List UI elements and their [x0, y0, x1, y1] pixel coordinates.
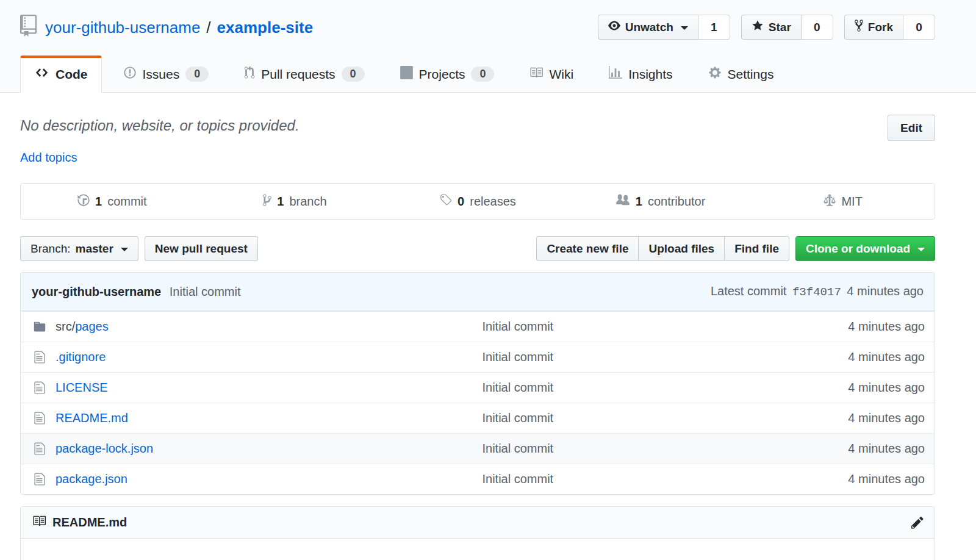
table-row: LICENSE Initial commit 4 minutes ago [21, 372, 935, 403]
tab-settings-label: Settings [728, 67, 774, 82]
law-icon [824, 193, 836, 210]
pull-requests-count-badge: 0 [342, 66, 365, 82]
branches-label: branch [289, 195, 326, 209]
commit-author-link[interactable]: your-github-username [32, 285, 161, 298]
pull-request-icon [244, 66, 255, 82]
file-link[interactable]: package.json [56, 472, 127, 486]
releases-stat[interactable]: 0 releases [386, 184, 569, 219]
row-commit-message-link[interactable]: Initial commit [482, 350, 553, 364]
contributors-stat[interactable]: 1 contributor [569, 184, 752, 219]
commit-time: 4 minutes ago [847, 284, 924, 298]
repo-name-link[interactable]: example-site [217, 18, 314, 37]
tab-code-label: Code [56, 67, 88, 82]
clone-or-download-button[interactable]: Clone or download [795, 236, 935, 261]
tab-projects[interactable]: Projects 0 [386, 56, 509, 92]
tab-projects-label: Projects [419, 67, 465, 82]
watch-count[interactable]: 1 [698, 15, 730, 40]
git-branch-icon [263, 193, 271, 210]
fork-button-group: Fork 0 [844, 15, 935, 40]
create-new-file-button[interactable]: Create new file [536, 236, 639, 261]
row-age: 4 minutes ago [794, 472, 935, 486]
breadcrumb-separator: / [206, 18, 210, 37]
commits-stat[interactable]: 1 commit [21, 184, 204, 219]
repo-tabs: Code Issues 0 Pull requests 0 Projects 0… [20, 56, 935, 92]
tab-issues[interactable]: Issues 0 [109, 56, 223, 92]
edit-description-button[interactable]: Edit [888, 115, 935, 141]
issue-opened-icon [123, 66, 137, 82]
repo-stats-bar: 1 commit 1 branch 0 releases 1 contribut… [20, 183, 935, 220]
row-commit-message-link[interactable]: Initial commit [482, 320, 553, 333]
row-commit-message-link[interactable]: Initial commit [482, 381, 553, 394]
star-count[interactable]: 0 [802, 15, 833, 40]
file-link[interactable]: .gitignore [56, 350, 106, 364]
releases-label: releases [470, 195, 516, 209]
latest-commit-bar: your-github-username Initial commit Late… [21, 273, 935, 311]
tab-wiki[interactable]: Wiki [515, 56, 587, 92]
file-browser: your-github-username Initial commit Late… [20, 272, 935, 495]
file-icon [32, 350, 47, 364]
star-button-group: Star 0 [741, 15, 833, 40]
file-actions-group: Create new file Upload files Find file [536, 236, 789, 261]
eye-icon [608, 20, 620, 35]
branches-stat[interactable]: 1 branch [204, 184, 387, 219]
pencil-icon[interactable] [911, 515, 924, 529]
issues-count-badge: 0 [185, 66, 209, 82]
file-link[interactable]: package-lock.json [56, 442, 153, 456]
new-pull-request-button[interactable]: New pull request [145, 236, 258, 261]
file-link[interactable]: LICENSE [56, 381, 108, 395]
table-row: README.md Initial commit 4 minutes ago [21, 403, 935, 433]
fork-button[interactable]: Fork [844, 15, 903, 40]
repo-owner-link[interactable]: your-github-username [45, 18, 200, 37]
fork-icon [855, 19, 863, 35]
license-label: MIT [841, 195, 862, 209]
chevron-down-icon [917, 248, 925, 255]
file-icon [32, 381, 47, 395]
branch-selector[interactable]: Branch: master [20, 236, 138, 261]
commit-sha-link[interactable]: f3f4017 [792, 285, 841, 299]
commit-message-link[interactable]: Initial commit [170, 285, 241, 298]
row-commit-message-link[interactable]: Initial commit [482, 472, 553, 486]
chevron-down-icon [681, 26, 688, 34]
add-topics-link[interactable]: Add topics [20, 151, 77, 165]
row-commit-message-link[interactable]: Initial commit [482, 411, 553, 425]
row-commit-message-link[interactable]: Initial commit [482, 442, 553, 455]
commits-count: 1 [95, 195, 102, 209]
breadcrumb: your-github-username / example-site [20, 15, 313, 41]
row-age: 4 minutes ago [794, 320, 935, 334]
repo-description: No description, website, or topics provi… [20, 115, 300, 134]
row-age: 4 minutes ago [794, 381, 935, 395]
tab-settings[interactable]: Settings [694, 56, 788, 92]
tab-code[interactable]: Code [20, 56, 102, 93]
graph-icon [609, 66, 622, 82]
license-stat[interactable]: MIT [752, 184, 935, 219]
book-icon [32, 514, 46, 531]
readme-content [21, 539, 935, 560]
table-row: package-lock.json Initial commit 4 minut… [21, 433, 935, 464]
readme-title: README.md [52, 515, 127, 529]
unwatch-button[interactable]: Unwatch [598, 15, 698, 40]
file-link[interactable]: README.md [56, 411, 128, 425]
gear-icon [708, 66, 722, 82]
branch-name: master [75, 242, 113, 256]
star-label: Star [769, 21, 791, 34]
clone-or-download-label: Clone or download [806, 242, 910, 256]
find-file-button[interactable]: Find file [725, 236, 789, 261]
tab-issues-label: Issues [143, 67, 180, 82]
book-icon [529, 66, 543, 82]
contributors-label: contributor [648, 195, 706, 209]
fork-count[interactable]: 0 [903, 15, 935, 40]
file-link[interactable]: pages [75, 320, 109, 334]
commits-label: commit [107, 195, 146, 209]
upload-files-button[interactable]: Upload files [639, 236, 725, 261]
table-row: src/pages Initial commit 4 minutes ago [21, 311, 935, 342]
star-button[interactable]: Star [741, 15, 802, 40]
repo-icon [20, 15, 37, 41]
row-age: 4 minutes ago [794, 350, 935, 364]
star-icon [752, 20, 764, 35]
branch-prefix-label: Branch: [30, 242, 70, 256]
tab-insights[interactable]: Insights [595, 56, 686, 92]
tab-pull-requests[interactable]: Pull requests 0 [230, 56, 378, 92]
tab-wiki-label: Wiki [549, 67, 573, 82]
unwatch-label: Unwatch [625, 21, 673, 34]
row-age: 4 minutes ago [794, 411, 935, 425]
